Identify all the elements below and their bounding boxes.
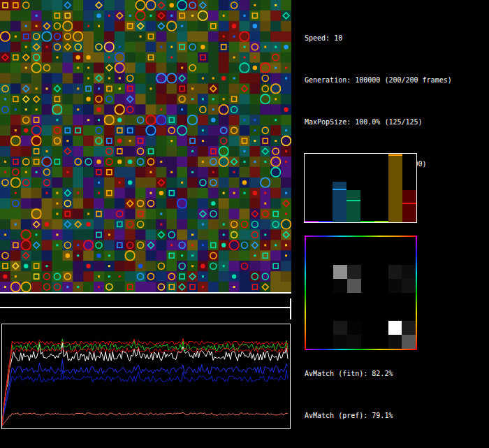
heatmap-cell bbox=[402, 293, 416, 307]
bar-marker-red bbox=[402, 203, 416, 204]
bar-marker-purple bbox=[305, 221, 319, 222]
heatmap-cell bbox=[374, 321, 388, 335]
heatmap-cell bbox=[374, 279, 388, 293]
simulation-app: Speed: 10 Generation: 100000 (200/200 fr… bbox=[0, 0, 489, 448]
heatmap-cell bbox=[402, 335, 416, 349]
heatmap-cell bbox=[320, 237, 334, 251]
history-chart bbox=[1, 324, 291, 429]
heatmap-cell bbox=[388, 237, 402, 251]
heatmap-cell bbox=[374, 293, 388, 307]
population-bar-chart: m f bbox=[304, 153, 417, 223]
heatmap-cell bbox=[347, 321, 361, 335]
bar-marker-orange bbox=[388, 154, 402, 156]
heatmap-cell bbox=[320, 321, 334, 335]
bar-teal bbox=[346, 190, 360, 222]
bar-marker-teal bbox=[346, 200, 360, 201]
heatmap-cell bbox=[361, 293, 375, 307]
heatmap-cell bbox=[320, 279, 334, 293]
heatmap-hue-axis-bottom bbox=[305, 349, 417, 350]
heatmap-cell bbox=[333, 293, 347, 307]
heatmap-cell bbox=[402, 237, 416, 251]
heatmap-cell bbox=[402, 265, 416, 279]
stat-maxpopsize: MaxPopSize: 100.0% (125/125) bbox=[305, 115, 452, 129]
timeline-handle[interactable] bbox=[290, 298, 291, 319]
heatmap-cell bbox=[402, 307, 416, 321]
heatmap-cell bbox=[306, 335, 320, 349]
heatmap-cell bbox=[320, 307, 334, 321]
heatmap-cell bbox=[320, 251, 334, 265]
world-grid-canvas bbox=[0, 0, 291, 292]
heatmap-cell bbox=[333, 251, 347, 265]
heatmap-cell bbox=[347, 335, 361, 349]
heatmap-cell bbox=[347, 307, 361, 321]
stats-panel: Speed: 10 Generation: 100000 (200/200 fr… bbox=[305, 3, 452, 448]
bar-azure bbox=[333, 182, 346, 222]
bar-marker-azure bbox=[333, 189, 346, 190]
world-bottom-rule bbox=[0, 292, 291, 294]
heatmap-cell bbox=[333, 237, 347, 251]
heatmap-cell bbox=[374, 335, 388, 349]
heatmap-cell bbox=[347, 279, 361, 293]
heatmap-cell bbox=[320, 265, 334, 279]
heatmap-cell bbox=[333, 265, 347, 279]
heatmap-cell bbox=[347, 237, 361, 251]
heatmap-cell bbox=[361, 307, 375, 321]
bar-orange bbox=[388, 154, 402, 222]
bar-marker-chartreuse bbox=[374, 221, 388, 222]
heatmap-cell bbox=[388, 321, 402, 335]
heatmap-cell bbox=[374, 265, 388, 279]
heatmap-cell bbox=[388, 293, 402, 307]
bar-red bbox=[402, 190, 416, 222]
heatmap-cell bbox=[333, 307, 347, 321]
heatmap-cell bbox=[374, 237, 388, 251]
heatmap-cell bbox=[333, 321, 347, 335]
bar-marker-green bbox=[360, 221, 374, 222]
heatmap-cell bbox=[361, 321, 375, 335]
heatmap-cell bbox=[347, 265, 361, 279]
heatmap-cell bbox=[388, 307, 402, 321]
heatmap-cell bbox=[320, 335, 334, 349]
history-chart-canvas bbox=[2, 324, 289, 427]
heatmap-cell bbox=[347, 251, 361, 265]
heatmap-cell bbox=[388, 251, 402, 265]
stat-speed: Speed: 10 bbox=[305, 31, 452, 45]
heatmap-cell bbox=[306, 307, 320, 321]
heatmap-cell bbox=[388, 335, 402, 349]
bar-marker-blue bbox=[319, 221, 333, 222]
heatmap-cell bbox=[306, 237, 320, 251]
heatmap-hue-axis-right bbox=[416, 236, 417, 350]
stat-generation: Generation: 100000 (200/200 frames) bbox=[305, 73, 452, 87]
heatmap-cell bbox=[374, 251, 388, 265]
interaction-heatmap bbox=[305, 236, 417, 350]
heatmap-cell bbox=[402, 279, 416, 293]
heatmap-cell bbox=[361, 335, 375, 349]
stat-avmatch-fitn: AvMatch (fitn): 82.2% bbox=[305, 367, 452, 381]
heatmap-cell bbox=[306, 251, 320, 265]
heatmap-cell bbox=[388, 279, 402, 293]
heatmap-grid bbox=[306, 237, 416, 349]
heatmap-cell bbox=[388, 265, 402, 279]
heatmap-cell bbox=[306, 293, 320, 307]
heatmap-cell bbox=[306, 279, 320, 293]
heatmap-cell bbox=[361, 237, 375, 251]
heatmap-cell bbox=[306, 321, 320, 335]
timeline-track[interactable] bbox=[0, 307, 290, 308]
heatmap-cell bbox=[347, 293, 361, 307]
heatmap-cell bbox=[361, 279, 375, 293]
heatmap-cell bbox=[374, 307, 388, 321]
heatmap-cell bbox=[402, 251, 416, 265]
heatmap-cell bbox=[333, 335, 347, 349]
heatmap-cell bbox=[361, 265, 375, 279]
stat-avmatch-pref: AvMatch (pref): 79.1% bbox=[305, 409, 452, 423]
heatmap-cell bbox=[333, 279, 347, 293]
heatmap-cell bbox=[306, 265, 320, 279]
heatmap-cell bbox=[361, 251, 375, 265]
heatmap-cell bbox=[402, 321, 416, 335]
heatmap-cell bbox=[320, 293, 334, 307]
